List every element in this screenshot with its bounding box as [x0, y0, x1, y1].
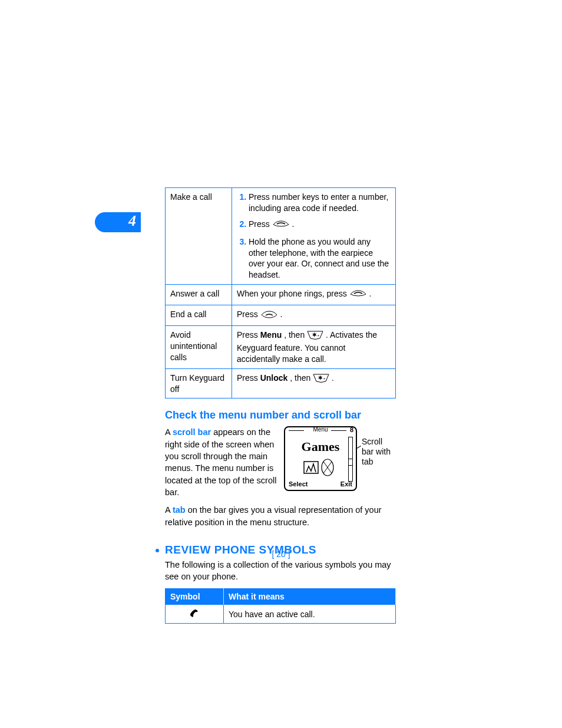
action-desc: Press Menu , then ✱₊ . Activates the Key…	[232, 326, 396, 369]
step-text: Press number keys to enter a number, inc…	[249, 192, 391, 214]
action-label: Make a call	[166, 188, 232, 285]
table-header-row: Symbol What it means	[166, 589, 396, 605]
svg-text:✱₊: ✱₊	[312, 332, 320, 338]
screen-menu-label: Menu	[313, 426, 328, 433]
screen-graphic-icon	[285, 456, 356, 480]
table-row: You have an active call.	[166, 605, 396, 624]
scrollbar-icon	[348, 437, 353, 482]
star-key-icon: ✱₊	[307, 330, 323, 342]
chapter-number: 4	[128, 212, 136, 230]
talk-key-icon	[349, 290, 367, 301]
meaning-cell: You have an active call.	[224, 605, 396, 624]
section-heading-scrollbar: Check the menu number and scroll bar	[165, 409, 396, 421]
phone-screen: Menu 8 Games	[284, 426, 357, 491]
action-desc: Press .	[232, 305, 396, 326]
svg-text:✱₊: ✱₊	[318, 375, 326, 381]
action-label: Turn Keyguard off	[166, 368, 232, 398]
table-row: End a call Press .	[166, 305, 396, 326]
bullet-icon	[156, 549, 159, 552]
symbol-cell	[166, 605, 224, 624]
action-label: Answer a call	[166, 285, 232, 305]
paragraph: A tab on the bar gives you a visual repr…	[165, 504, 396, 528]
screen-title: Games	[285, 439, 356, 454]
phone-screen-figure: Menu 8 Games	[284, 426, 396, 491]
call-actions-table: Make a call Press number keys to enter a…	[165, 187, 396, 398]
symbols-table: Symbol What it means You have an active …	[165, 588, 396, 624]
column-header-meaning: What it means	[224, 589, 396, 605]
table-row: Turn Keyguard off Press Unlock , then ✱₊…	[166, 368, 396, 398]
talk-key-icon	[272, 220, 290, 232]
star-key-icon: ✱₊	[313, 373, 329, 386]
page-number: [ 20 ]	[272, 549, 290, 559]
table-row: Avoid unintentional calls Press Menu , t…	[166, 326, 396, 369]
action-desc: Press Unlock , then ✱₊ .	[232, 368, 396, 398]
chapter-tab: 4	[95, 212, 141, 232]
end-key-icon	[260, 311, 278, 322]
action-desc: When your phone rings, press .	[232, 285, 396, 305]
step-text: Press .	[249, 219, 391, 232]
screen-menu-number: 8	[350, 426, 353, 433]
table-row: Answer a call When your phone rings, pre…	[166, 285, 396, 305]
table-row: Make a call Press number keys to enter a…	[166, 188, 396, 285]
figure-callout: Scroll bar with tab	[362, 437, 395, 466]
column-header-symbol: Symbol	[166, 589, 224, 605]
action-label: Avoid unintentional calls	[166, 326, 232, 369]
step-text: Hold the phone as you would any other te…	[249, 236, 391, 281]
paragraph: The following is a collection of the var…	[165, 559, 396, 583]
action-label: End a call	[166, 305, 232, 326]
handset-icon	[189, 611, 200, 620]
action-steps: Press number keys to enter a number, inc…	[232, 188, 396, 285]
softkey-left: Select	[289, 480, 308, 487]
